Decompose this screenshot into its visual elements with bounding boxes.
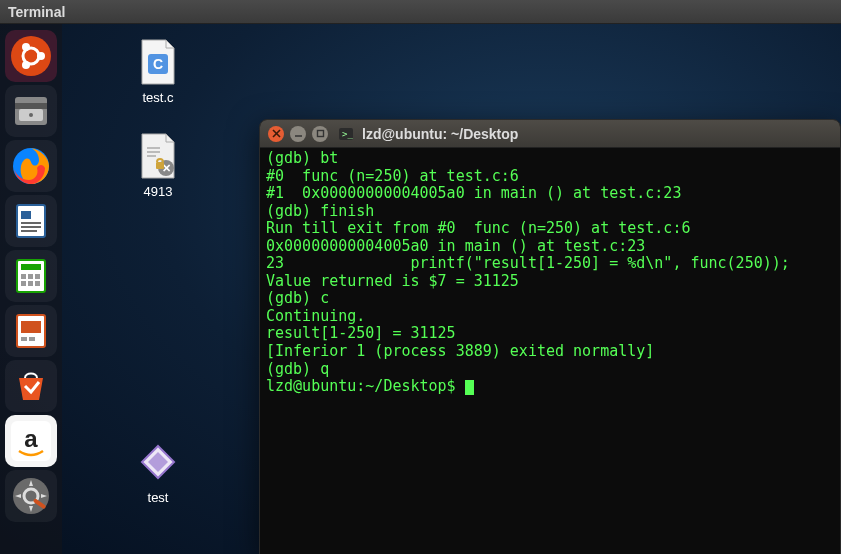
- writer-icon: [9, 199, 53, 243]
- maximize-icon: [316, 129, 325, 138]
- c-source-icon: C: [134, 38, 182, 86]
- amazon-icon: a: [9, 419, 53, 463]
- window-minimize-button[interactable]: [290, 126, 306, 142]
- terminal-cursor: [465, 380, 474, 395]
- svg-rect-19: [35, 274, 40, 279]
- terminal-window[interactable]: >_ lzd@ubuntu: ~/Desktop (gdb) bt#0 func…: [259, 119, 841, 554]
- terminal-output[interactable]: (gdb) bt#0 func (n=250) at test.c:6#1 0x…: [260, 148, 840, 398]
- minimize-icon: [294, 129, 303, 138]
- svg-point-8: [29, 113, 33, 117]
- launcher-writer[interactable]: [5, 195, 57, 247]
- terminal-line: #1 0x00000000004005a0 in main () at test…: [266, 185, 834, 203]
- launcher-amazon[interactable]: a: [5, 415, 57, 467]
- terminal-titlebar[interactable]: >_ lzd@ubuntu: ~/Desktop: [260, 120, 840, 148]
- firefox-icon: [9, 144, 53, 188]
- launcher-dock: a: [0, 24, 62, 554]
- terminal-line: (gdb) bt: [266, 150, 834, 168]
- svg-rect-17: [21, 274, 26, 279]
- ubuntu-icon: [9, 34, 53, 78]
- launcher-dash[interactable]: [5, 30, 57, 82]
- terminal-line: Continuing.: [266, 308, 834, 326]
- software-center-icon: [9, 364, 53, 408]
- svg-rect-26: [29, 337, 35, 341]
- files-icon: [9, 89, 53, 133]
- terminal-prompt-line: lzd@ubuntu:~/Desktop$: [266, 378, 834, 396]
- svg-rect-25: [21, 337, 27, 341]
- svg-rect-11: [21, 211, 31, 219]
- svg-point-3: [22, 43, 30, 51]
- settings-icon: [9, 474, 53, 518]
- terminal-line: Run till exit from #0 func (n=250) at te…: [266, 220, 834, 238]
- terminal-line: 0x00000000004005a0 in main () at test.c:…: [266, 238, 834, 256]
- desktop-icon-test[interactable]: test: [118, 438, 198, 505]
- svg-rect-24: [21, 321, 41, 333]
- desktop-icon-4913[interactable]: ✕ 4913: [118, 132, 198, 199]
- svg-rect-39: [156, 162, 164, 169]
- terminal-line: result[1-250] = 31125: [266, 325, 834, 343]
- svg-rect-45: [317, 131, 323, 137]
- calc-icon: [9, 254, 53, 298]
- desktop-icon-label: test: [148, 490, 169, 505]
- locked-file-icon: ✕: [134, 132, 182, 180]
- desktop-area[interactable]: C test.c ✕ 4913: [62, 24, 841, 554]
- terminal-prompt: lzd@ubuntu:~/Desktop$: [266, 377, 465, 395]
- launcher-calc[interactable]: [5, 250, 57, 302]
- svg-point-2: [37, 52, 45, 60]
- terminal-line: (gdb) finish: [266, 203, 834, 221]
- launcher-settings[interactable]: [5, 470, 57, 522]
- desktop-icon-test-c[interactable]: C test.c: [118, 38, 198, 105]
- terminal-title-icon: >_: [338, 126, 354, 142]
- svg-rect-6: [15, 103, 47, 109]
- terminal-line: #0 func (n=250) at test.c:6: [266, 168, 834, 186]
- svg-point-4: [22, 61, 30, 69]
- terminal-title-text: lzd@ubuntu: ~/Desktop: [362, 126, 518, 142]
- close-icon: [272, 129, 281, 138]
- window-close-button[interactable]: [268, 126, 284, 142]
- svg-rect-21: [28, 281, 33, 286]
- top-menubar: Terminal: [0, 0, 841, 24]
- terminal-line: [Inferior 1 (process 3889) exited normal…: [266, 343, 834, 361]
- svg-rect-10: [17, 205, 45, 237]
- launcher-firefox[interactable]: [5, 140, 57, 192]
- svg-text:a: a: [24, 425, 38, 452]
- launcher-software-center[interactable]: [5, 360, 57, 412]
- window-maximize-button[interactable]: [312, 126, 328, 142]
- svg-rect-16: [21, 264, 41, 270]
- desktop-icon-label: 4913: [144, 184, 173, 199]
- impress-icon: [9, 309, 53, 353]
- terminal-line: 23 printf("result[1-250] = %d\n", func(2…: [266, 255, 834, 273]
- svg-text:C: C: [153, 56, 163, 72]
- executable-icon: [134, 438, 182, 486]
- launcher-files[interactable]: [5, 85, 57, 137]
- desktop-icon-label: test.c: [142, 90, 173, 105]
- terminal-line: (gdb) q: [266, 361, 834, 379]
- svg-rect-20: [21, 281, 26, 286]
- svg-text:>_: >_: [342, 129, 353, 139]
- launcher-impress[interactable]: [5, 305, 57, 357]
- svg-rect-18: [28, 274, 33, 279]
- terminal-line: (gdb) c: [266, 290, 834, 308]
- menubar-active-app: Terminal: [8, 4, 65, 20]
- terminal-line: Value returned is $7 = 31125: [266, 273, 834, 291]
- svg-rect-22: [35, 281, 40, 286]
